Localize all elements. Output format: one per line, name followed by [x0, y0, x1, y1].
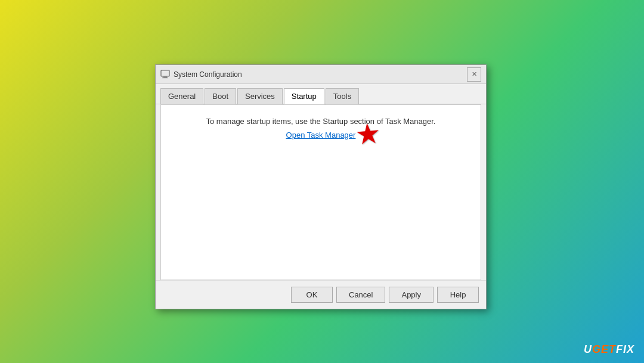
- content-area: To manage startup items, use the Startup…: [160, 104, 481, 280]
- help-button[interactable]: Help: [437, 287, 479, 303]
- tab-tools[interactable]: Tools: [326, 88, 359, 104]
- system-config-icon: [160, 70, 170, 79]
- tabs-bar: General Boot Services Startup Tools: [156, 84, 486, 104]
- svg-rect-0: [161, 70, 169, 76]
- svg-rect-1: [163, 76, 167, 77]
- watermark-fix: FIX: [616, 343, 634, 355]
- startup-description: To manage startup items, use the Startup…: [206, 117, 436, 126]
- watermark-get: GET: [592, 343, 616, 355]
- tab-startup[interactable]: Startup: [284, 88, 324, 104]
- tab-services[interactable]: Services: [237, 88, 283, 104]
- tab-boot[interactable]: Boot: [205, 88, 236, 104]
- watermark: UGETFIX: [584, 343, 634, 356]
- system-configuration-dialog: System Configuration ✕ General Boot Serv…: [155, 64, 487, 309]
- button-row: OK Cancel Apply Help: [156, 280, 486, 309]
- close-button[interactable]: ✕: [467, 67, 481, 82]
- tab-general[interactable]: General: [160, 88, 203, 104]
- ok-button[interactable]: OK: [291, 287, 333, 303]
- svg-rect-2: [162, 77, 168, 78]
- dialog-title: System Configuration: [174, 70, 242, 79]
- title-bar-left: System Configuration: [160, 70, 242, 79]
- cancel-button[interactable]: Cancel: [336, 287, 385, 303]
- title-bar: System Configuration ✕: [156, 65, 486, 84]
- watermark-u: U: [584, 343, 592, 355]
- open-task-manager-link[interactable]: Open Task Manager: [286, 131, 356, 139]
- apply-button[interactable]: Apply: [389, 287, 434, 303]
